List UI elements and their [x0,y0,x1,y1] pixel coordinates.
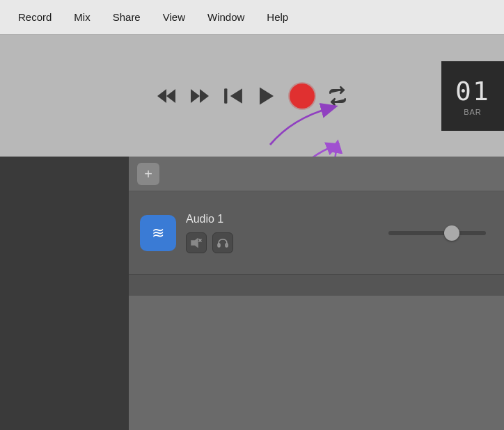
play-button[interactable] [256,86,277,106]
track-info: Audio 1 [186,213,233,253]
table-row: ≋ Audio 1 [129,191,504,275]
menu-item-mix[interactable]: Mix [63,7,101,27]
menu-item-window[interactable]: Window [196,7,255,27]
add-track-button[interactable]: + [137,163,159,185]
volume-thumb[interactable] [444,225,459,241]
counter-value: 01 [455,76,490,106]
menu-item-view[interactable]: View [152,7,196,27]
toolbar: 01 BAR [0,35,504,157]
add-track-bar: + [129,157,504,191]
track-list: ≋ Audio 1 [129,191,504,275]
svg-line-7 [331,146,337,157]
menu-item-record[interactable]: Record [7,7,63,27]
track-icon: ≋ [140,215,176,251]
svg-marker-0 [157,89,166,103]
headphones-button[interactable] [212,232,233,253]
svg-marker-2 [191,89,200,103]
main-content: + ≋ Audio 1 [0,157,504,430]
counter-display: 01 BAR [441,61,504,131]
svg-rect-12 [226,244,228,247]
svg-marker-5 [230,88,242,103]
record-button[interactable] [290,83,315,109]
loop-button[interactable] [327,86,348,106]
svg-marker-3 [200,89,209,103]
menu-item-help[interactable]: Help [255,7,299,27]
counter-unit: BAR [464,108,482,116]
fast-forward-button[interactable] [189,86,210,106]
mute-button[interactable] [186,232,207,253]
menu-bar: Record Mix Share View Window Help [0,0,504,35]
rewind-button[interactable] [156,86,177,106]
skip-to-beginning-button[interactable] [223,86,244,106]
waveform-icon: ≋ [152,224,164,242]
tracks-area: + ≋ Audio 1 [129,157,504,430]
volume-slider-area [388,231,493,235]
svg-marker-8 [191,239,198,247]
track-controls [186,232,233,253]
transport-controls [156,83,348,109]
svg-rect-4 [224,88,227,103]
svg-rect-11 [218,244,220,247]
volume-track[interactable] [388,231,486,235]
menu-item-share[interactable]: Share [102,7,152,27]
svg-marker-6 [260,87,274,104]
bottom-area [129,275,504,296]
svg-marker-1 [166,89,175,103]
track-name: Audio 1 [186,213,233,225]
sidebar [0,157,129,430]
